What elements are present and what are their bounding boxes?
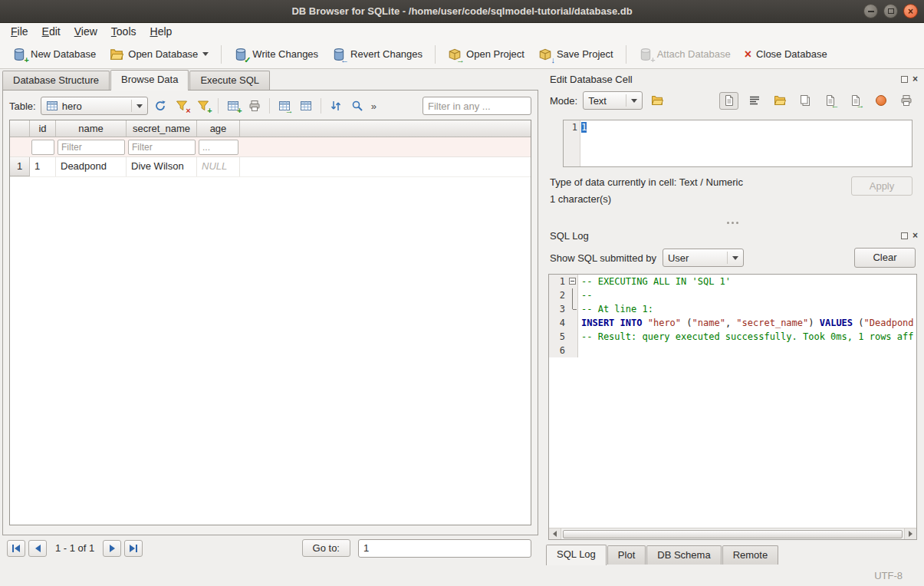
- table-row: 1 1 Deadpond Dive Wilson NULL: [10, 157, 531, 177]
- scroll-right-button[interactable]: [904, 528, 916, 539]
- column-header-id[interactable]: id: [30, 120, 56, 137]
- tab-plot[interactable]: Plot: [607, 545, 646, 565]
- new-database-button[interactable]: + New Database: [6, 44, 102, 65]
- column-header-secret-name[interactable]: secret_name: [127, 120, 197, 137]
- find-record-button[interactable]: [348, 97, 367, 115]
- attach-database-button: + Attach Database: [633, 44, 737, 65]
- corner-header[interactable]: [10, 120, 30, 137]
- save-project-button[interactable]: ↓ Save Project: [532, 44, 620, 65]
- filter-input-name[interactable]: [58, 140, 125, 155]
- cell-id[interactable]: 1: [30, 157, 56, 176]
- word-wrap-button[interactable]: [745, 92, 764, 110]
- word-wrap-icon: [748, 94, 761, 107]
- export-contents-button[interactable]: →: [846, 92, 865, 110]
- toolbar-separator: [626, 45, 626, 64]
- mode-combobox-value: Text: [588, 95, 607, 107]
- open-database-dropdown-icon[interactable]: [202, 52, 209, 56]
- table-combobox[interactable]: hero: [41, 97, 148, 115]
- close-database-button[interactable]: × Close Database: [738, 44, 834, 64]
- tab-browse-data[interactable]: Browse Data: [110, 70, 189, 91]
- tab-remote[interactable]: Remote: [722, 545, 779, 565]
- tab-db-schema[interactable]: DB Schema: [646, 545, 721, 565]
- filter-any-column-input[interactable]: [423, 97, 531, 115]
- first-record-button[interactable]: [7, 540, 25, 557]
- close-button[interactable]: ×: [903, 4, 918, 18]
- sql-log-editor[interactable]: 1-- EXECUTING ALL IN 'SQL 1'2--3-- At li…: [548, 274, 917, 540]
- goto-button[interactable]: Go to:: [302, 539, 350, 557]
- save-view-button[interactable]: [297, 97, 315, 115]
- menu-file[interactable]: File: [4, 25, 35, 39]
- copy-contents-button[interactable]: [795, 92, 814, 110]
- sql-log-line: 6: [549, 344, 916, 357]
- previous-record-button[interactable]: [28, 540, 47, 557]
- scroll-left-button[interactable]: [549, 528, 561, 539]
- mode-combobox[interactable]: Text: [583, 91, 643, 110]
- filter-input-id[interactable]: [31, 140, 54, 155]
- open-project-button[interactable]: → Open Project: [442, 44, 531, 65]
- dock-float-icon[interactable]: [901, 76, 908, 83]
- cell-age[interactable]: NULL: [197, 157, 240, 176]
- menu-help[interactable]: Help: [143, 25, 179, 39]
- save-filter-button[interactable]: +: [194, 97, 212, 115]
- set-null-button[interactable]: [871, 92, 890, 110]
- refresh-button[interactable]: [151, 97, 169, 115]
- minimize-button[interactable]: [863, 4, 878, 18]
- fold-collapse-icon[interactable]: [569, 278, 576, 285]
- export-table-button[interactable]: →: [275, 97, 294, 115]
- next-record-icon: [110, 545, 115, 552]
- export-table-icon: →: [278, 100, 291, 112]
- magnifier-icon: [351, 100, 363, 112]
- import-contents-button[interactable]: ←: [820, 92, 840, 110]
- previous-record-icon: [35, 545, 41, 552]
- text-document-icon: [723, 94, 735, 107]
- edit-cell-title: Edit Database Cell: [550, 74, 633, 85]
- open-contents-icon: [774, 94, 786, 107]
- last-record-button[interactable]: [124, 540, 143, 557]
- sql-source-combobox[interactable]: User: [663, 249, 744, 267]
- row-number[interactable]: 1: [10, 157, 30, 176]
- mode-label: Mode:: [550, 95, 577, 107]
- text-mode-button[interactable]: [719, 92, 738, 110]
- clear-log-button[interactable]: Clear: [854, 248, 916, 268]
- record-navigation: 1 - 1 of 1 Go to:: [2, 535, 538, 558]
- print-cell-button[interactable]: [896, 92, 916, 110]
- cell-secret-name[interactable]: Dive Wilson: [127, 157, 197, 176]
- open-database-button[interactable]: Open Database: [104, 44, 215, 65]
- apply-button: Apply: [851, 176, 912, 196]
- cell-type-label: Type of data currently in cell: Text / N…: [550, 176, 743, 188]
- filter-input-secret-name[interactable]: [128, 140, 196, 155]
- clear-filters-button[interactable]: ×: [173, 97, 191, 115]
- sort-button[interactable]: [327, 97, 345, 115]
- column-header-name[interactable]: name: [56, 120, 127, 137]
- scrollbar-thumb[interactable]: [563, 530, 903, 538]
- filter-input-age[interactable]: [199, 140, 238, 155]
- toolbar-overflow-chevron[interactable]: »: [370, 100, 378, 112]
- open-contents-button[interactable]: [770, 92, 789, 110]
- goto-record-input[interactable]: [358, 539, 531, 558]
- revert-changes-button[interactable]: ← Revert Changes: [326, 44, 429, 65]
- menu-view[interactable]: View: [67, 25, 104, 39]
- maximize-button[interactable]: [883, 4, 898, 18]
- menu-edit[interactable]: Edit: [35, 25, 67, 39]
- tab-sql-log[interactable]: SQL Log: [546, 545, 607, 565]
- open-in-external-button[interactable]: [648, 91, 666, 110]
- print-button[interactable]: [245, 97, 264, 115]
- dock-close-icon[interactable]: ×: [912, 74, 918, 84]
- column-header-age[interactable]: age: [197, 120, 240, 137]
- next-record-button[interactable]: [103, 540, 121, 557]
- horizontal-scrollbar[interactable]: [549, 528, 916, 539]
- insert-record-button[interactable]: +: [224, 97, 242, 115]
- write-changes-button[interactable]: ✓ Write Changes: [228, 44, 324, 65]
- tab-execute-sql[interactable]: Execute SQL: [189, 71, 270, 90]
- cell-editor[interactable]: 1 1: [563, 120, 912, 167]
- new-database-icon: +: [12, 48, 26, 61]
- menu-tools[interactable]: Tools: [104, 25, 143, 39]
- dock-splitter[interactable]: [544, 218, 920, 227]
- window-title: DB Browser for SQLite - /home/user/code/…: [291, 5, 632, 17]
- tab-database-structure[interactable]: Database Structure: [2, 71, 110, 90]
- printer-icon: [900, 94, 912, 107]
- dock-close-icon[interactable]: ×: [912, 231, 918, 240]
- close-icon: ×: [908, 7, 913, 16]
- cell-name[interactable]: Deadpond: [56, 157, 127, 176]
- dock-float-icon[interactable]: [901, 232, 908, 239]
